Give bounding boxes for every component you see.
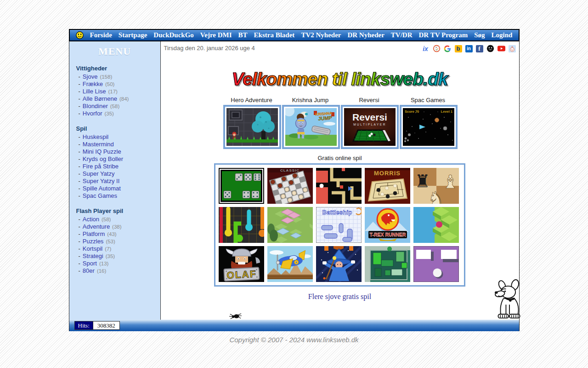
sidebar-link-hvorfor[interactable]: Hvorfor	[83, 110, 102, 117]
sidebar-link-kryds-og-boller[interactable]: Kryds og Boller	[83, 155, 123, 162]
list-item: -80er(16)	[79, 267, 160, 275]
nav-link-bt[interactable]: BT	[238, 31, 248, 39]
list-item: -Huskespil	[79, 133, 160, 141]
list-item: -Adventure(38)	[79, 223, 160, 230]
svg-text:Reversi: Reversi	[352, 112, 387, 122]
hits-label: Hits:	[75, 322, 93, 329]
item-count: (35)	[104, 111, 113, 116]
content-row: MENU Vittigheder -Sjove(158) -Frække(50)…	[69, 41, 520, 320]
game-tile-nine-mens-morris[interactable]: MORRIS	[365, 168, 410, 204]
svg-text:MULTIPLAYER: MULTIPLAYER	[353, 123, 386, 126]
game-tile-t-rex-runner[interactable]: T-REX RUNNER	[365, 207, 410, 243]
svg-text:Score 70: Score 70	[405, 109, 419, 114]
svg-text:Battleship: Battleship	[322, 209, 352, 216]
game-tile-zigzag-ball[interactable]	[413, 207, 459, 243]
more-games-link[interactable]: Flere sjove gratis spil	[161, 293, 519, 301]
sidebar-link-sjove[interactable]: Sjove	[83, 73, 98, 80]
sidebar-link-spille-automat[interactable]: Spille Automat	[83, 185, 121, 192]
sidebar-link-sport[interactable]: Sport	[83, 260, 97, 267]
nav-link-logind[interactable]: Logind	[492, 31, 513, 39]
sidebar-link-super-yatzy-ii[interactable]: Super Yatzy II	[83, 178, 119, 184]
item-count: (7)	[105, 246, 111, 252]
sidebar-link-super-yatzy[interactable]: Super Yatzy	[83, 170, 115, 177]
dark-smiley-icon[interactable]	[486, 45, 494, 52]
ix-icon[interactable]: ix	[422, 45, 430, 52]
google-icon[interactable]	[444, 45, 452, 52]
item-count: (13)	[99, 261, 108, 266]
sidebar-link-strategi[interactable]: Strategi	[83, 253, 103, 259]
sidebar-link-spac-games[interactable]: Spac Games	[83, 192, 117, 199]
game-tile-wizard[interactable]	[316, 246, 362, 282]
sidebar-link-puzzles[interactable]: Puzzles	[83, 238, 104, 245]
nav-link-soeg[interactable]: Søg	[474, 31, 485, 39]
list-item: -Mastermind	[79, 141, 160, 148]
game-tile-blocks-puzzle[interactable]	[365, 246, 410, 282]
list-item: -Hvorfor(35)	[79, 110, 160, 117]
sidebar-link-blondiner[interactable]: Blondiner	[83, 103, 108, 109]
bing-icon[interactable]: b	[455, 45, 462, 52]
nav-link-tv2-nyheder[interactable]: TV2 Nyheder	[301, 31, 341, 39]
nav-link-dr-nyheder[interactable]: DR Nyheder	[347, 31, 384, 39]
svg-text:OLAF: OLAF	[226, 268, 257, 280]
item-count: (53)	[106, 239, 115, 244]
spider-graphic	[229, 312, 242, 319]
game-tile-maze-game[interactable]	[316, 168, 362, 204]
sidebar-link-mini-iq-puzzle[interactable]: Mini IQ Puzzle	[83, 148, 121, 155]
section-heading: Spil	[76, 125, 160, 132]
game-tile-flow-connect[interactable]	[219, 207, 264, 243]
nav-link-tv-dr[interactable]: TV/DR	[391, 31, 413, 39]
nav-link-duckduckgo[interactable]: DuckDuckGo	[153, 31, 194, 39]
game-tile-chess[interactable]: ♜ ♝ ♞	[413, 168, 459, 204]
reddit-icon[interactable]	[509, 45, 516, 52]
page-container: Forside Startpage DuckDuckGo Vejre DMI B…	[69, 29, 520, 331]
nav-link-ekstra-bladet[interactable]: Ekstra Bladet	[254, 31, 295, 39]
featured-game-spac-games[interactable]: Score 70 Level 1	[400, 105, 458, 149]
nav-link-vejre-dmi[interactable]: Vejre DMI	[200, 31, 232, 39]
featured-label: Hero Adventure	[223, 97, 280, 104]
sidebar-link-fire-paa-stribe[interactable]: Fire på Stribe	[83, 163, 119, 170]
sidebar-link-huskespil[interactable]: Huskespil	[83, 133, 108, 140]
list-item: -Action(58)	[79, 216, 160, 223]
list-item: -Platform(43)	[79, 230, 160, 238]
top-navigation-bar: Forside Startpage DuckDuckGo Vejre DMI B…	[69, 29, 520, 41]
duckduckgo-icon[interactable]	[433, 45, 441, 52]
svg-text:MORRIS: MORRIS	[374, 170, 401, 177]
sidebar-menu: MENU Vittigheder -Sjove(158) -Frække(50)…	[69, 41, 161, 320]
sidebar-link-alle-boernene[interactable]: Alle Børnene	[83, 95, 117, 102]
dog-drawing	[495, 279, 523, 320]
game-tile-airplane[interactable]	[267, 246, 313, 282]
game-tile-yatzy-dice[interactable]	[219, 168, 264, 204]
featured-label: Reversi	[341, 97, 398, 104]
grid-caption: Gratis online spil	[161, 155, 519, 161]
game-tile-battleship[interactable]: Battleship	[316, 207, 362, 243]
game-tile-olaf-viking[interactable]: OLAF	[219, 246, 264, 282]
section-heading: Flash Player spil	[76, 207, 160, 214]
nav-link-startpage[interactable]: Startpage	[119, 31, 147, 39]
sidebar-link-80er[interactable]: 80er	[83, 267, 95, 274]
svg-text:♝: ♝	[442, 171, 458, 192]
game-tile-checkers[interactable]: CLASSIC	[267, 168, 313, 204]
item-count: (58)	[102, 217, 111, 222]
linkedin-icon[interactable]: in	[465, 45, 473, 52]
featured-game-hero-adventure[interactable]	[223, 105, 281, 149]
sidebar-link-platform[interactable]: Platform	[83, 230, 105, 237]
game-tile-isometric-puzzle[interactable]	[267, 207, 313, 243]
featured-game-krishna-jump[interactable]: KRISHNA JUMP	[282, 105, 340, 149]
list-item: -Sjove(158)	[79, 73, 160, 80]
featured-game-reversi[interactable]: Reversi MULTIPLAYER	[341, 105, 399, 149]
sidebar-link-mastermind[interactable]: Mastermind	[83, 141, 114, 148]
list-item: -Fire på Stribe	[79, 163, 160, 170]
nav-link-dr-tv-program[interactable]: DR TV Program	[419, 31, 468, 39]
sidebar-link-fraekke[interactable]: Frække	[83, 80, 103, 87]
list-item: -Kortspil(7)	[79, 245, 160, 253]
youtube-icon[interactable]	[498, 45, 505, 52]
nav-link-forside[interactable]: Forside	[90, 31, 112, 39]
facebook-icon[interactable]: f	[476, 45, 483, 52]
sidebar-link-action[interactable]: Action	[83, 216, 99, 223]
hits-bar: Hits: 308382	[69, 320, 520, 331]
sidebar-link-lille-lise[interactable]: Lille Lise	[83, 88, 106, 95]
list-item: -Super Yatzy II	[79, 178, 160, 185]
sidebar-link-kortspil[interactable]: Kortspil	[83, 245, 102, 252]
sidebar-link-adventure[interactable]: Adventure	[83, 223, 110, 230]
game-tile-bounce-ball[interactable]	[413, 246, 459, 282]
